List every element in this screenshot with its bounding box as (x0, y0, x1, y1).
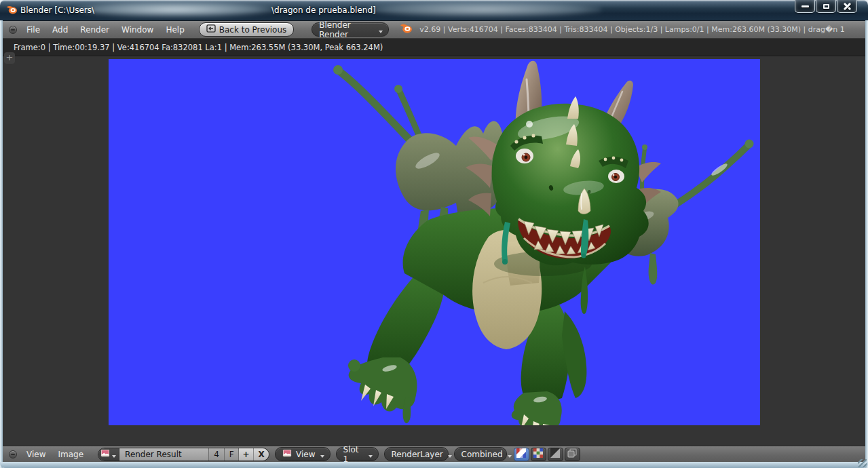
menu-help[interactable]: Help (159, 25, 190, 35)
close-icon (843, 3, 852, 10)
minimize-button[interactable] (795, 0, 815, 13)
menu-add[interactable]: Add (46, 25, 74, 35)
view-mode-select[interactable]: View (275, 447, 330, 461)
menu-file[interactable]: File (20, 25, 46, 35)
dragon-render (109, 59, 760, 425)
blender-app-icon (6, 5, 18, 18)
image-icon (282, 449, 292, 459)
window-title-prefix: Blender [C:\Users\ (20, 0, 94, 20)
stepper-arrows-icon (447, 450, 453, 459)
render-engine-value: Blender Render (319, 20, 374, 39)
view-mode-value: View (296, 450, 315, 459)
channel-alpha-toggle[interactable] (548, 448, 563, 461)
stepper-arrows-icon (320, 450, 326, 459)
fake-user-button[interactable]: F (225, 448, 239, 461)
browse-image-button[interactable] (98, 448, 119, 461)
window-border-left (0, 20, 3, 468)
resize-grip[interactable] (858, 459, 867, 467)
redacted-path-smudge (76, 2, 274, 17)
render-pass-value: Combined (461, 450, 503, 459)
users-count-button[interactable]: 4 (209, 448, 225, 461)
stepper-arrows-icon (111, 450, 117, 459)
render-status-text: Frame:0 | Time:00:19.37 | Ve:416704 Fa:8… (14, 43, 383, 52)
rgba-channel-icon (533, 448, 543, 460)
unlink-image-button[interactable]: X (254, 448, 269, 461)
render-layer-value: RenderLayer (392, 450, 443, 459)
menu-view[interactable]: View (20, 450, 52, 459)
render-engine-select[interactable]: Blender Render (312, 22, 389, 37)
redacted-path-smudge (366, 2, 601, 17)
image-editor-header: View Image Render Result 4 F + X (3, 446, 865, 462)
stepper-arrows-icon (368, 450, 374, 459)
back-to-previous-label: Back to Previous (219, 25, 287, 35)
minimize-icon (801, 5, 809, 7)
stepper-arrows-icon (378, 26, 384, 34)
stepper-arrows-icon (507, 450, 513, 459)
editor-type-icon[interactable] (9, 26, 17, 34)
alpha-channel-icon (550, 448, 560, 460)
titlebar[interactable]: Blender [C:\Users\ \dragon de prueba.ble… (0, 0, 868, 20)
maximize-icon (823, 4, 829, 9)
image-editor-viewport[interactable] (3, 56, 865, 446)
menu-image[interactable]: Image (52, 450, 90, 459)
render-result-image[interactable] (109, 59, 760, 425)
back-arrow-icon (206, 24, 216, 35)
menu-render[interactable]: Render (74, 25, 115, 35)
image-datablock-widget: Render Result 4 F + X (98, 448, 269, 461)
blender-window: Blender [C:\Users\ \dragon de prueba.ble… (0, 0, 868, 468)
channel-rgba-toggle[interactable] (531, 448, 546, 461)
window-border-right (865, 20, 868, 468)
editor-type-icon[interactable] (9, 450, 17, 459)
window-controls (795, 0, 857, 13)
image-name-field[interactable]: Render Result (119, 448, 209, 461)
render-status-bar: Frame:0 | Time:00:19.37 | Ve:416704 Fa:8… (3, 39, 865, 56)
window-title-suffix: \dragon de prueba.blend] (271, 0, 376, 20)
new-image-button[interactable]: + (239, 448, 254, 461)
slot-value: Slot 1 (343, 445, 364, 464)
image-icon (100, 449, 110, 459)
close-button[interactable] (837, 0, 857, 13)
maximize-button[interactable] (816, 0, 836, 13)
back-to-previous-button[interactable]: Back to Previous (199, 22, 295, 37)
scene-statistics: v2.69 | Verts:416704 | Faces:833404 | Tr… (419, 25, 844, 34)
slot-select[interactable]: Slot 1 (336, 447, 379, 461)
info-header: File Add Render Window Help Back to Prev… (3, 20, 865, 39)
menu-window[interactable]: Window (115, 25, 159, 35)
channel-rgb-toggle[interactable] (514, 448, 529, 461)
rgb-channel-icon (516, 448, 526, 460)
region-expand-button[interactable]: + (4, 52, 15, 64)
window-border-bottom (0, 462, 868, 468)
render-pass-select[interactable]: Combined (454, 447, 507, 461)
channel-z-toggle[interactable] (565, 448, 580, 461)
display-channel-toggles (514, 448, 580, 461)
z-buffer-icon (567, 448, 577, 460)
render-layer-select[interactable]: RenderLayer (384, 447, 449, 461)
blender-logo-icon (400, 23, 413, 36)
